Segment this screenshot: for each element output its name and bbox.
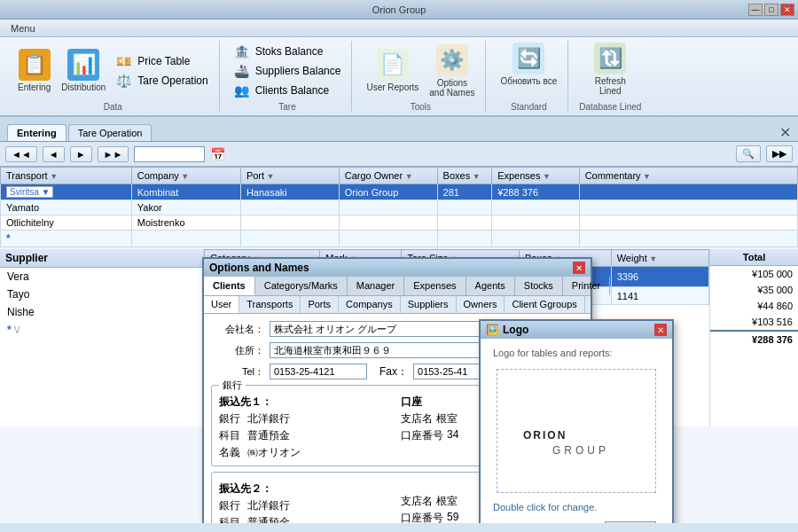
tab-clients[interactable]: Clients — [204, 277, 255, 295]
cell-weight: 3396 — [611, 267, 708, 287]
logo-dialog: 🖼️ Logo ✕ Logo for tables and reports: O… — [479, 319, 674, 523]
subtab-ports[interactable]: Ports — [301, 296, 339, 313]
tab-categorys[interactable]: Categorys/Marks — [255, 277, 348, 295]
tab-manager[interactable]: Manager — [348, 277, 404, 295]
subtab-companys[interactable]: Companys — [339, 296, 401, 313]
date-input[interactable]: 04.02.2011 — [134, 146, 205, 162]
cell-transport: Sviritsa ▼ — [1, 184, 132, 200]
logo-close-button[interactable]: ✕ — [654, 324, 667, 336]
suppliers-icon: 🚢 — [234, 64, 249, 78]
nav-next-button[interactable]: ► — [70, 146, 92, 162]
subtab-suppliers[interactable]: Suppliers — [401, 296, 457, 313]
total-row: ¥103 516 — [710, 314, 798, 330]
logo-preview-area[interactable]: ORION GROUP — [497, 369, 656, 493]
table-row[interactable]: Sviritsa ▼ Kombinat Hanasaki Orion Group… — [1, 184, 798, 200]
supplier-item-new[interactable]: * V — [0, 321, 203, 339]
table-row[interactable]: Yamato Yakor — [1, 200, 798, 215]
calendar-icon[interactable]: 📅 — [210, 147, 225, 161]
nav-last-button[interactable]: ►► — [98, 146, 129, 162]
subtab-client-ggroups[interactable]: Client Ggroups — [505, 296, 584, 313]
options-dialog-title: Options and Names — [209, 262, 309, 274]
options-icon: ⚙️ — [436, 44, 468, 76]
menu-item-menu[interactable]: Menu — [4, 21, 43, 35]
cell-empty — [437, 231, 492, 247]
minimize-button[interactable]: — — [748, 4, 763, 16]
nav-prev-button[interactable]: ◄ — [43, 146, 65, 162]
update-all-button[interactable]: 🔄 Обновить все — [497, 41, 560, 88]
options-sub-tabs: User Transports Ports Companys Suppliers… — [204, 296, 591, 314]
options-close-button[interactable]: ✕ — [573, 262, 585, 274]
bank1-label: 銀行 — [219, 379, 246, 392]
subtab-owners[interactable]: Owners — [457, 296, 505, 313]
col-port[interactable]: Port — [240, 168, 339, 184]
subtab-transports[interactable]: Transports — [239, 296, 301, 313]
distribution-button[interactable]: 📊 Distribution — [58, 47, 109, 94]
col-cargo-owner[interactable]: Cargo Owner — [339, 168, 437, 184]
tab-entering[interactable]: Entering — [7, 124, 66, 141]
forward-button[interactable]: ▶▶ — [766, 145, 793, 162]
bank2-branch-value: 根室 — [436, 494, 458, 509]
table-row[interactable]: Otlichitelny Moistrenko — [1, 215, 798, 231]
tools-group-label: Tools — [411, 102, 431, 112]
col-expenses[interactable]: Expenses — [492, 168, 580, 184]
suppliers-label: Suppliers Balance — [255, 65, 341, 77]
refresh-lined-button[interactable]: 🔃 RefreshLined — [591, 41, 630, 98]
tab-expenses[interactable]: Expenses — [404, 277, 466, 295]
toolbar-row: ◄◄ ◄ ► ►► 04.02.2011 📅 🔍 ▶▶ — [0, 142, 798, 167]
total-header: Total — [710, 249, 798, 266]
supplier-item-nishe[interactable]: Nishe — [0, 303, 203, 321]
close-tab-button[interactable]: ✕ — [779, 124, 791, 141]
table-row-new[interactable]: * — [1, 231, 798, 247]
transport-dropdown[interactable]: Sviritsa ▼ — [6, 186, 53, 198]
price-table-button[interactable]: 💴 Price Table — [113, 52, 211, 70]
suppliers-balance-button[interactable]: 🚢 Suppliers Balance — [231, 62, 345, 80]
stoks-label: Stoks Balance — [255, 45, 324, 58]
bank2-title: 振込先２： — [219, 481, 394, 497]
supplier-item-tayo[interactable]: Tayo — [0, 286, 203, 303]
tab-printer[interactable]: Printer — [563, 277, 610, 295]
bank2-type-label: 科目 — [219, 515, 244, 523]
total-panel: Total ¥105 000 ¥35 000 ¥44 860 ¥103 516 … — [709, 249, 798, 426]
tab-bar: Entering Tare Operation ✕ — [0, 117, 798, 142]
logo-ok-button[interactable]: OK — [605, 521, 656, 523]
tare-operation-button[interactable]: ⚖️ Tare Operation — [113, 72, 211, 90]
cell-boxes — [437, 215, 492, 231]
entering-icon: 📋 — [19, 49, 51, 81]
cell-port — [240, 215, 339, 231]
update-label: Обновить все — [500, 76, 557, 86]
bank1-name-label: 名義 — [219, 445, 244, 460]
address-label: 住所： — [211, 344, 264, 357]
cell-expenses — [492, 215, 580, 231]
entering-button[interactable]: 📋 Entering — [14, 47, 54, 94]
col-transport[interactable]: Transport — [1, 168, 132, 184]
cell-boxes: 281 — [437, 184, 492, 200]
col-weight[interactable]: Weight — [611, 250, 708, 267]
standard-group-label: Standard — [511, 102, 547, 112]
cell-expenses: ¥288 376 — [492, 184, 580, 200]
stoks-balance-button[interactable]: 🏦 Stoks Balance — [231, 43, 345, 60]
subtab-user[interactable]: User — [204, 296, 239, 313]
options-names-button[interactable]: ⚙️ Optionsand Names — [426, 43, 478, 99]
search-button[interactable]: 🔍 — [736, 145, 761, 162]
tab-tare-operation[interactable]: Tare Operation — [68, 124, 153, 141]
maximize-button[interactable]: □ — [764, 4, 778, 16]
tab-agents[interactable]: Agents — [466, 277, 515, 295]
supplier-item-vera[interactable]: Vera — [0, 268, 203, 286]
cell-cargo-owner — [339, 215, 437, 231]
col-boxes[interactable]: Boxes — [437, 168, 492, 184]
clients-balance-button[interactable]: 👥 Clients Balance — [231, 82, 345, 99]
cell-cargo-owner — [339, 200, 437, 215]
logo-icon-title: 🖼️ — [486, 324, 499, 336]
tel-input[interactable] — [270, 364, 367, 379]
col-commentary[interactable]: Commentary — [579, 168, 797, 184]
user-reports-button[interactable]: 📄 User Reports — [363, 47, 422, 94]
price-icon: 💴 — [116, 54, 131, 68]
main-table: Transport Company Port Cargo Owner Boxes… — [0, 167, 798, 247]
tab-stocks[interactable]: Stocks — [515, 277, 563, 295]
bank2-branch-label: 支店名 — [401, 494, 433, 509]
nav-first-button[interactable]: ◄◄ — [5, 146, 37, 162]
col-company[interactable]: Company — [131, 168, 240, 184]
cell-expenses — [492, 200, 580, 215]
close-button[interactable]: ✕ — [780, 4, 794, 16]
bank1-title: 振込先１： — [219, 395, 394, 410]
